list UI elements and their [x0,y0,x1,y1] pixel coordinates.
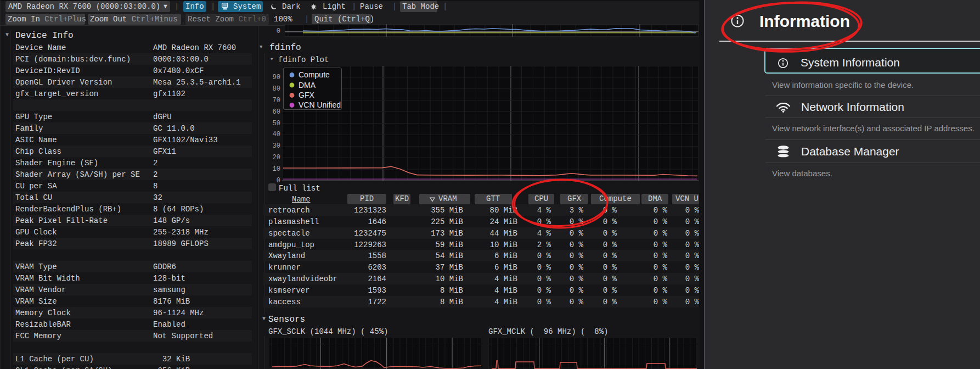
svg-text:GFX: GFX [298,91,314,99]
svg-text:Compute: Compute [298,70,330,79]
svg-text:DMA: DMA [298,81,316,90]
svg-text:VCN Unified: VCN Unified [298,100,341,109]
